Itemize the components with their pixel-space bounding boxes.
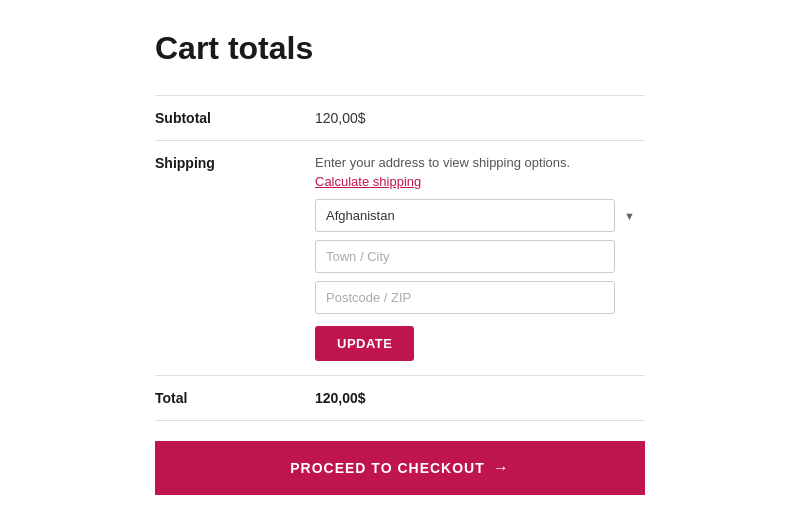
calculate-shipping-link[interactable]: Calculate shipping: [315, 174, 645, 189]
country-select-wrapper: Afghanistan Albania Algeria United State…: [315, 199, 645, 232]
subtotal-row: Subtotal 120,00$: [155, 96, 645, 141]
shipping-label: Shipping: [155, 155, 315, 171]
shipping-hint: Enter your address to view shipping opti…: [315, 155, 645, 170]
shipping-value: Enter your address to view shipping opti…: [315, 155, 645, 361]
subtotal-value: 120,00$: [315, 110, 645, 126]
shipping-row: Shipping Enter your address to view ship…: [155, 141, 645, 376]
checkout-button-label: PROCEED TO CHECKOUT: [290, 460, 485, 476]
arrow-right-icon: →: [493, 459, 510, 477]
checkout-bar: PROCEED TO CHECKOUT →: [155, 441, 645, 495]
proceed-to-checkout-button[interactable]: PROCEED TO CHECKOUT →: [155, 441, 645, 495]
shipping-form: Afghanistan Albania Algeria United State…: [315, 199, 645, 361]
page-title: Cart totals: [155, 30, 645, 67]
total-value: 120,00$: [315, 390, 366, 406]
cart-totals-wrapper: Cart totals Subtotal 120,00$ Shipping En…: [155, 30, 645, 421]
total-row: Total 120,00$: [155, 376, 645, 421]
subtotal-label: Subtotal: [155, 110, 315, 126]
totals-table: Subtotal 120,00$ Shipping Enter your add…: [155, 95, 645, 421]
town-city-input[interactable]: [315, 240, 615, 273]
chevron-down-icon: ▼: [624, 210, 635, 222]
update-button[interactable]: UPDATE: [315, 326, 414, 361]
country-select[interactable]: Afghanistan Albania Algeria United State…: [315, 199, 615, 232]
page-container: Cart totals Subtotal 120,00$ Shipping En…: [0, 0, 800, 525]
postcode-zip-input[interactable]: [315, 281, 615, 314]
total-label: Total: [155, 390, 315, 406]
